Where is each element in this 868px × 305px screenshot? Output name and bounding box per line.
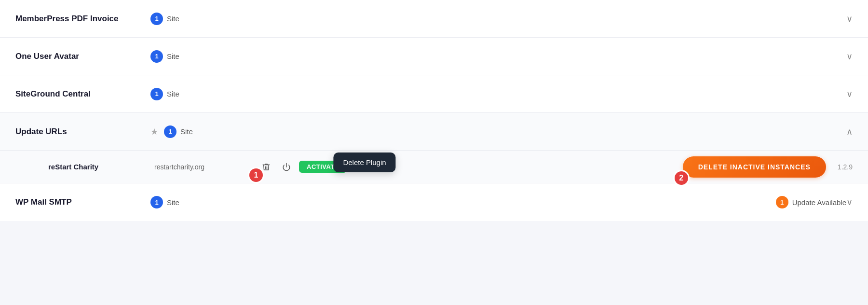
badge-count-wp-mail-smtp: 1 bbox=[150, 196, 163, 208]
star-icon-update-urls: ★ bbox=[150, 126, 158, 137]
chevron-up-icon-update-urls[interactable]: ∧ bbox=[846, 126, 853, 137]
numbered-badge-2: 2 bbox=[673, 170, 690, 186]
chevron-down-icon-one-user-avatar[interactable]: ∨ bbox=[846, 51, 853, 62]
badge-count-siteground-central: 1 bbox=[150, 88, 163, 100]
plugin-name-siteground-central: SiteGround Central bbox=[15, 89, 150, 99]
badge-label-one-user-avatar: Site bbox=[167, 52, 179, 60]
plugin-name-wp-mail-smtp: WP Mail SMTP bbox=[15, 197, 150, 207]
numbered-badge-1: 1 bbox=[248, 167, 264, 183]
badge-label-wp-mail-smtp: Site bbox=[167, 198, 179, 207]
delete-plugin-tooltip: Delete Plugin bbox=[333, 152, 395, 172]
badge-label-siteground-central: Site bbox=[167, 90, 179, 98]
plugin-row-wp-mail-smtp: WP Mail SMTP 1 Site 1 Update Available ∨ bbox=[0, 183, 868, 221]
plugin-name-memberpress: MemberPress PDF Invoice bbox=[15, 14, 150, 24]
delete-inactive-instances-button[interactable]: DELETE INACTIVE INSTANCES bbox=[683, 156, 826, 178]
update-count-badge-wp-mail-smtp: 1 bbox=[776, 196, 788, 208]
plugin-list: MemberPress PDF Invoice 1 Site ∨ One Use… bbox=[0, 0, 868, 221]
update-label-wp-mail-smtp: Update Available bbox=[792, 198, 846, 207]
power-icon bbox=[282, 163, 291, 171]
badge-count-update-urls: 1 bbox=[164, 125, 176, 138]
chevron-down-icon-memberpress[interactable]: ∨ bbox=[846, 14, 853, 24]
badge-count-one-user-avatar: 1 bbox=[150, 50, 163, 63]
sub-plugin-url-restart: restartcharity.org bbox=[154, 163, 251, 171]
tooltip-text: Delete Plugin bbox=[343, 158, 386, 166]
badge-label-memberpress: Site bbox=[167, 14, 179, 23]
plugin-name-one-user-avatar: One User Avatar bbox=[15, 52, 150, 61]
badge-container-wp-mail-smtp: 1 Site bbox=[150, 196, 757, 208]
badge-count-memberpress: 1 bbox=[150, 13, 163, 25]
badge-container-update-urls: 1 Site bbox=[164, 125, 846, 138]
plugin-row-one-user-avatar: One User Avatar 1 Site ∨ bbox=[0, 38, 868, 75]
chevron-down-icon-wp-mail-smtp[interactable]: ∨ bbox=[846, 197, 853, 208]
right-actions-restart: 2 DELETE INACTIVE INSTANCES bbox=[683, 156, 826, 178]
badge-container-memberpress: 1 Site bbox=[150, 13, 846, 25]
plugin-row-siteground-central: SiteGround Central 1 Site ∨ bbox=[0, 75, 868, 113]
plugin-row-update-urls: Update URLs ★ 1 Site ∧ bbox=[0, 113, 868, 151]
trash-icon bbox=[262, 163, 271, 171]
badge-container-one-user-avatar: 1 Site bbox=[150, 50, 846, 63]
sub-row-restart-charity: Delete Plugin reStart Charity restartcha… bbox=[0, 151, 868, 183]
badge-label-update-urls: Site bbox=[180, 127, 193, 136]
sub-plugin-name-restart: reStart Charity bbox=[48, 163, 154, 171]
badge-container-siteground-central: 1 Site bbox=[150, 88, 846, 100]
version-label-restart: 1.2.9 bbox=[838, 163, 853, 171]
power-icon-btn[interactable] bbox=[279, 159, 294, 175]
chevron-down-icon-siteground-central[interactable]: ∨ bbox=[846, 89, 853, 99]
update-available-wp-mail-smtp: 1 Update Available bbox=[776, 196, 846, 208]
plugin-row-memberpress: MemberPress PDF Invoice 1 Site ∨ bbox=[0, 0, 868, 38]
plugin-name-update-urls: Update URLs bbox=[15, 127, 150, 137]
